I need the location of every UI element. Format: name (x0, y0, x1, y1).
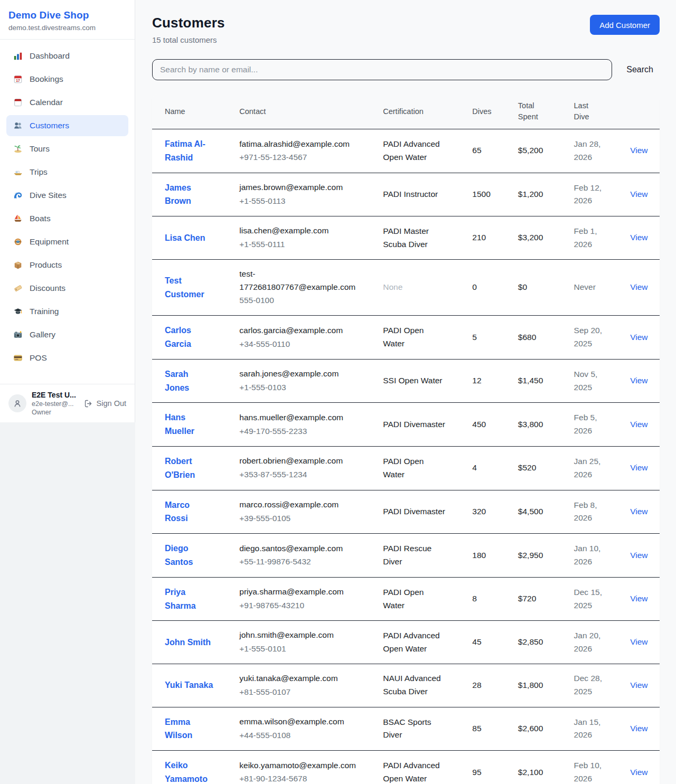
customer-email: james.brown@example.com (239, 181, 358, 194)
page-title: Customers (152, 15, 225, 31)
customer-name-link[interactable]: Test Customer (165, 276, 204, 299)
view-link[interactable]: View (630, 190, 647, 199)
sidebar-item-trips[interactable]: Trips (6, 162, 128, 183)
user-name: E2E Test U... (32, 391, 79, 399)
customer-name-link[interactable]: Emma Wilson (165, 717, 192, 740)
customer-certification: NAUI Advanced Scuba Diver (370, 664, 459, 707)
customer-certification: BSAC Sports Diver (370, 707, 459, 751)
sidebar-item-training[interactable]: Training (6, 301, 128, 322)
view-link[interactable]: View (630, 681, 647, 689)
customer-dives: 12 (459, 359, 505, 403)
customer-name-link[interactable]: Lisa Chen (165, 233, 205, 242)
customer-name-link[interactable]: Carlos Garcia (165, 326, 191, 348)
customer-name-link[interactable]: Marco Rossi (165, 500, 190, 523)
customer-name-link[interactable]: Yuki Tanaka (165, 681, 213, 689)
view-link[interactable]: View (630, 282, 647, 291)
customer-certification: PADI Open Water (370, 446, 459, 490)
customer-name-link[interactable]: Fatima Al-Rashid (165, 139, 205, 162)
customer-name-link[interactable]: Keiko Yamamoto (165, 761, 208, 783)
customer-last-dive: Dec 15, 2025 (561, 577, 618, 621)
search-input[interactable] (152, 59, 612, 80)
customers-table: Name Contact Certification Dives Total S… (152, 94, 660, 784)
customer-email: test-1772681807767@example.com (239, 268, 358, 294)
customer-email: john.smith@example.com (239, 629, 358, 642)
column-header-dives: Dives (459, 94, 505, 129)
table-row: James Brown james.brown@example.com +1-5… (152, 173, 660, 216)
sidebar-item-customers[interactable]: Customers (6, 115, 128, 136)
sidebar-item-label: POS (30, 353, 47, 363)
table-row: Fatima Al-Rashid fatima.alrashid@example… (152, 129, 660, 173)
customer-name-link[interactable]: James Brown (165, 183, 191, 206)
customer-dives: 65 (459, 129, 505, 173)
customer-certification: PADI Advanced Open Water (370, 129, 459, 173)
column-header-certification: Certification (370, 94, 459, 129)
view-link[interactable]: View (630, 463, 647, 472)
customer-email: sarah.jones@example.com (239, 367, 358, 381)
customer-last-dive: Jan 15, 2026 (561, 707, 618, 751)
view-link[interactable]: View (630, 507, 647, 516)
customer-phone: +34-555-0110 (239, 338, 358, 351)
customer-last-dive: Feb 5, 2026 (561, 403, 618, 447)
customer-phone: +1-555-0103 (239, 381, 358, 394)
customer-last-dive: Feb 8, 2026 (561, 490, 618, 534)
customer-dives: 1500 (459, 173, 505, 216)
customer-total-spent: $720 (505, 577, 561, 621)
add-customer-button[interactable]: Add Customer (590, 15, 660, 35)
customer-last-dive: Nov 5, 2025 (561, 359, 618, 403)
customer-last-dive: Feb 10, 2026 (561, 751, 618, 784)
view-link[interactable]: View (630, 637, 647, 646)
sidebar-item-equipment[interactable]: Equipment (6, 231, 128, 252)
graduation-cap-icon (13, 306, 23, 317)
sidebar-item-discounts[interactable]: Discounts (6, 278, 128, 299)
table-row: John Smith john.smith@example.com +1-555… (152, 621, 660, 664)
sign-out-button[interactable]: Sign Out (84, 399, 126, 408)
sidebar-item-label: Trips (30, 167, 48, 177)
sidebar-item-boats[interactable]: Boats (6, 208, 128, 229)
view-link[interactable]: View (630, 768, 647, 777)
customer-phone: +81-90-1234-5678 (239, 772, 358, 784)
customer-dives: 5 (459, 316, 505, 360)
shop-name: Demo Dive Shop (8, 10, 126, 21)
sidebar-item-gallery[interactable]: Gallery (6, 324, 128, 345)
sidebar-item-label: Bookings (30, 74, 63, 84)
view-link[interactable]: View (630, 333, 647, 342)
sidebar-item-label: Gallery (30, 330, 55, 339)
view-link[interactable]: View (630, 146, 647, 155)
sidebar-item-tours[interactable]: Tours (6, 138, 128, 159)
view-link[interactable]: View (630, 724, 647, 733)
customer-name-link[interactable]: Diego Santos (165, 544, 193, 566)
customer-name-link[interactable]: Hans Mueller (165, 413, 194, 436)
sidebar-item-pos[interactable]: POS (6, 347, 128, 369)
sign-out-label: Sign Out (97, 399, 126, 408)
view-link[interactable]: View (630, 376, 647, 385)
customer-dives: 8 (459, 577, 505, 621)
column-header-name: Name (152, 94, 227, 129)
search-button[interactable]: Search (626, 65, 653, 74)
calendar-pad-icon (13, 97, 23, 108)
customer-dives: 320 (459, 490, 505, 534)
sidebar-item-dashboard[interactable]: Dashboard (6, 45, 128, 67)
view-link[interactable]: View (630, 233, 647, 242)
customer-name-link[interactable]: Sarah Jones (165, 370, 189, 392)
sidebar-item-dive-sites[interactable]: Dive Sites (6, 185, 128, 206)
sidebar-item-calendar[interactable]: Calendar (6, 92, 128, 113)
customer-certification: PADI Open Water (370, 316, 459, 360)
customer-name-link[interactable]: John Smith (165, 638, 211, 647)
sidebar-item-products[interactable]: Products (6, 254, 128, 276)
view-link[interactable]: View (630, 551, 647, 560)
column-header-last-dive: Last Dive (561, 94, 618, 129)
customer-dives: 45 (459, 621, 505, 664)
camera-icon (13, 329, 23, 340)
view-link[interactable]: View (630, 420, 647, 429)
customer-name-link[interactable]: Priya Sharma (165, 588, 196, 610)
customer-total-spent: $1,450 (505, 359, 561, 403)
sidebar-item-bookings[interactable]: 17 Bookings (6, 69, 128, 90)
sidebar-item-label: Dive Sites (30, 191, 67, 200)
table-row: Sarah Jones sarah.jones@example.com +1-5… (152, 359, 660, 403)
customer-total-spent: $2,950 (505, 534, 561, 578)
sidebar-item-label: Discounts (30, 284, 65, 293)
customers-table-body: Fatima Al-Rashid fatima.alrashid@example… (152, 129, 660, 784)
customer-email: yuki.tanaka@example.com (239, 672, 358, 685)
customer-name-link[interactable]: Robert O'Brien (165, 457, 195, 479)
view-link[interactable]: View (630, 594, 647, 603)
